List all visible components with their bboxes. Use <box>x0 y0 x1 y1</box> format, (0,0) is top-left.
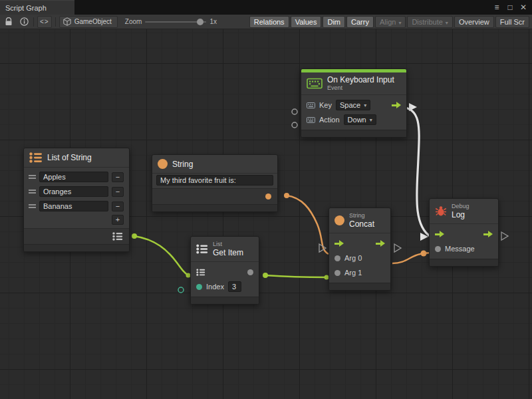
list-output-port[interactable] <box>112 232 123 241</box>
node-title: String <box>172 160 193 169</box>
node-category: Debug <box>452 203 469 210</box>
node-on-keyboard-input[interactable]: On Keyboard Input Event Key Space Action… <box>301 68 407 138</box>
list-item-field[interactable]: Bananas <box>39 201 108 211</box>
node-get-item[interactable]: List Get Item Index 3 <box>190 236 259 305</box>
node-header: On Keyboard Input Event <box>301 72 406 94</box>
list-item-field[interactable]: Oranges <box>39 186 108 197</box>
node-header: List of String <box>24 148 129 167</box>
zoom-slider[interactable] <box>145 21 206 23</box>
item-output-port[interactable] <box>247 269 253 275</box>
node-category: String <box>349 212 374 219</box>
add-item-button[interactable]: + <box>112 215 124 225</box>
node-header: String <box>152 155 277 173</box>
string-type-icon <box>334 215 344 225</box>
drag-handle-icon[interactable] <box>29 175 36 179</box>
arg1-port-dot[interactable] <box>334 270 340 276</box>
index-field[interactable]: 3 <box>228 281 241 292</box>
node-title: On Keyboard Input <box>327 75 394 84</box>
arg0-port-dot[interactable] <box>334 255 340 261</box>
toolbar-buttons: Relations Values Dim Carry Align Distrib… <box>249 16 529 28</box>
node-title: List of String <box>47 153 92 162</box>
index-label: Index <box>206 283 224 291</box>
node-list-of-string[interactable]: List of String Apples − Oranges − Banana… <box>23 148 130 252</box>
overview-button[interactable]: Overview <box>454 16 494 28</box>
action-input-port[interactable] <box>292 122 297 128</box>
flow-output-port[interactable] <box>392 102 401 108</box>
remove-item-button[interactable]: − <box>112 201 124 211</box>
relations-button[interactable]: Relations <box>249 16 289 28</box>
node-header: Debug Log <box>430 199 498 223</box>
unity-visual-scripting-window: Script Graph ≡ □ ✕ <> GameObject Zoom 1x… <box>0 0 532 399</box>
flow-output-port[interactable] <box>376 240 385 247</box>
lock-icon[interactable] <box>3 16 15 28</box>
distribute-button[interactable]: Distribute <box>407 16 452 28</box>
remove-item-button[interactable]: − <box>112 187 124 197</box>
arg0-label: Arg 0 <box>344 254 362 262</box>
node-header: String Concat <box>329 208 390 233</box>
key-label: Key <box>319 101 332 109</box>
node-header: List Get Item <box>191 237 259 261</box>
close-icon[interactable]: ✕ <box>519 3 528 12</box>
wire-list-to-getitem[interactable] <box>134 236 188 275</box>
node-debug-log[interactable]: Debug Log Message <box>429 198 499 267</box>
string-type-icon <box>158 159 168 169</box>
drag-handle-icon[interactable] <box>29 204 36 208</box>
window-controls: ≡ □ ✕ <box>492 3 532 12</box>
message-label: Message <box>445 245 475 253</box>
menu-icon[interactable]: ≡ <box>492 3 501 12</box>
list-input-port[interactable] <box>196 269 205 276</box>
list-item-row: Bananas − <box>24 199 129 213</box>
gameobject-selector[interactable]: GameObject <box>59 16 118 28</box>
node-body: Key Space Action Down <box>301 94 406 130</box>
action-dropdown[interactable]: Down <box>344 114 376 125</box>
flow-input-port[interactable] <box>435 231 444 237</box>
values-button[interactable]: Values <box>291 16 322 28</box>
zoom-value: 1x <box>209 18 217 25</box>
node-body: My third favorite fruit is: <box>152 173 277 188</box>
string-value-field[interactable]: My third favorite fruit is: <box>156 175 273 186</box>
wire-getitem-to-concat[interactable] <box>265 275 327 277</box>
zoom-slider-handle[interactable] <box>197 19 203 25</box>
wire-concat-to-log[interactable] <box>392 253 434 263</box>
node-string-literal[interactable]: String My third favorite fruit is: <box>152 154 278 212</box>
node-concat[interactable]: String Concat Arg 0 Arg 1 <box>329 207 391 291</box>
string-output-port[interactable] <box>265 194 271 200</box>
node-footer <box>152 204 277 211</box>
list-icon <box>196 244 208 254</box>
tab-label: Script Graph <box>5 4 47 12</box>
carry-button[interactable]: Carry <box>346 16 374 28</box>
keycap-icon <box>307 117 315 123</box>
concat-flow-out-port[interactable] <box>394 244 401 252</box>
node-footer <box>329 283 390 290</box>
drag-handle-icon[interactable] <box>29 190 36 194</box>
key-dropdown[interactable]: Space <box>336 100 370 110</box>
action-value: Down <box>348 116 366 124</box>
log-flow-out-port[interactable] <box>501 232 508 240</box>
key-input-port[interactable] <box>292 109 297 114</box>
keycap-icon <box>307 102 315 108</box>
tab-script-graph[interactable]: Script Graph <box>0 0 74 15</box>
list-item-field[interactable]: Apples <box>39 172 108 182</box>
message-port-dot[interactable] <box>435 246 441 252</box>
dim-button[interactable]: Dim <box>323 16 345 28</box>
index-input-port[interactable] <box>178 287 184 293</box>
fullscreen-button[interactable]: Full Scr <box>495 16 529 28</box>
toolbar-separator <box>55 17 56 27</box>
maximize-icon[interactable]: □ <box>505 3 515 12</box>
keyboard-icon <box>307 78 323 89</box>
node-footer <box>24 244 129 251</box>
graph-toolbar: <> GameObject Zoom 1x Relations Values D… <box>0 15 532 29</box>
index-port-dot[interactable] <box>196 284 202 290</box>
remove-item-button[interactable]: − <box>112 172 124 182</box>
zoom-label: Zoom <box>125 18 142 25</box>
info-icon[interactable] <box>18 16 30 28</box>
flow-output-port[interactable] <box>483 231 493 237</box>
node-category: List <box>213 241 243 248</box>
flow-input-port[interactable] <box>334 240 344 247</box>
graph-canvas[interactable]: On Keyboard Input Event Key Space Action… <box>0 29 532 399</box>
align-button[interactable]: Align <box>375 16 406 28</box>
node-title: Concat <box>349 219 374 229</box>
code-icon[interactable]: <> <box>37 16 52 28</box>
wire-string-to-concat[interactable] <box>287 196 329 254</box>
node-title: Get Item <box>213 248 243 257</box>
